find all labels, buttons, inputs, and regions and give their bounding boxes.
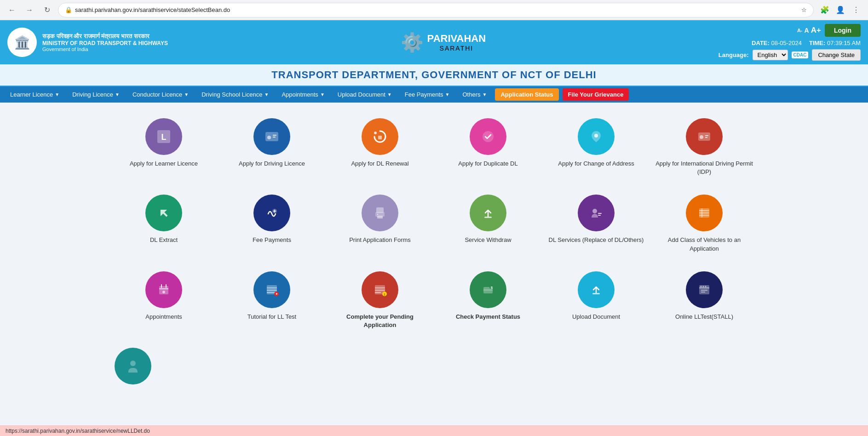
back-button[interactable]: ← <box>6 4 18 17</box>
pending-application-label: Complete your Pending Application <box>331 313 430 329</box>
service-withdraw-icon <box>470 195 506 231</box>
header-branding: 🏛️ सड़क परिवहन और राजमार्ग मंत्रालय भारत… <box>7 28 168 57</box>
service-pending-application[interactable]: ! Complete your Pending Application <box>328 267 432 334</box>
learner-licence-label: Apply for Learner Licence <box>130 160 198 168</box>
svg-point-34 <box>162 291 165 293</box>
nav-others-label: Others <box>462 91 480 98</box>
language-selector: Language: English हिन्दी CDAC Change Sta… <box>719 49 861 61</box>
nav-upload-label: Upload Document <box>338 91 385 98</box>
driving-licence-icon <box>253 118 290 155</box>
fee-payments-label: Fee Payments <box>253 236 291 244</box>
svg-rect-21 <box>484 217 492 218</box>
forward-button[interactable]: → <box>23 4 36 17</box>
service-print-forms[interactable]: Print Application Forms <box>328 190 432 257</box>
dl-services-label: DL Services (Replace of DL/Others) <box>549 236 644 244</box>
brand-center: ⚙️ PARIVAHAN SARATHI <box>401 32 486 53</box>
chevron-down-icon: ▼ <box>184 92 189 97</box>
extensions-button[interactable]: 🧩 <box>818 4 831 17</box>
service-fee-payments[interactable]: Fee Payments <box>220 190 324 257</box>
font-medium-button[interactable]: A <box>805 27 809 34</box>
print-forms-label: Print Application Forms <box>349 236 411 244</box>
ministry-info: सड़क परिवहन और राजमार्ग मंत्रालय भारत सर… <box>42 33 168 52</box>
service-dl-renewal[interactable]: Apply for DL Renewal <box>328 114 432 181</box>
svg-rect-2 <box>265 132 278 141</box>
nav-fee-payments[interactable]: Fee Payments ▼ <box>398 86 456 103</box>
sarathi-logo: ⚙️ PARIVAHAN SARATHI <box>401 32 486 53</box>
ministry-sub-text: Government of India <box>42 46 168 52</box>
service-add-class[interactable]: Add Class of Vehicles to an Application <box>653 190 756 257</box>
check-payment-icon: $ <box>470 271 506 308</box>
grievance-button[interactable]: File Your Grievance <box>563 88 629 101</box>
change-state-button[interactable]: Change State <box>812 49 861 61</box>
dl-extract-label: DL Extract <box>150 236 178 244</box>
svg-point-58 <box>130 361 136 366</box>
service-check-payment[interactable]: $ Check Payment Status <box>437 267 540 334</box>
chevron-down-icon: ▼ <box>387 92 392 97</box>
svg-rect-12 <box>705 135 708 136</box>
duplicate-dl-icon <box>470 118 506 155</box>
ministry-english-text: MINISTRY OF ROAD TRANSPORT & HIGHWAYS <box>42 40 168 46</box>
tutorial-icon <box>253 271 290 308</box>
menu-button[interactable]: ⋮ <box>850 4 862 17</box>
svg-point-3 <box>267 136 271 139</box>
datetime-display: DATE: 08-05-2024 TIME: 07:39:15 AM <box>752 40 861 46</box>
chevron-down-icon: ▼ <box>320 92 325 97</box>
nav-appointments[interactable]: Appointments ▼ <box>275 86 331 103</box>
idp-icon <box>686 118 723 155</box>
application-status-button[interactable]: Application Status <box>495 88 558 101</box>
svg-point-55 <box>705 286 707 287</box>
svg-rect-24 <box>598 215 601 216</box>
nav-learner-licence[interactable]: Learner Licence ▼ <box>4 86 66 103</box>
sarathi-text: SARATHI <box>427 45 486 52</box>
service-idp[interactable]: Apply for International Driving Permit (… <box>653 114 756 181</box>
service-driving-licence[interactable]: Apply for Driving Licence <box>220 114 324 181</box>
nav-driving-school[interactable]: Driving School Licence ▼ <box>195 86 275 103</box>
add-class-label: Add Class of Vehicles to an Application <box>655 236 754 252</box>
duplicate-dl-label: Apply for Duplicate DL <box>458 160 517 168</box>
service-dl-services[interactable]: DL Services (Replace of DL/Others) <box>545 190 648 257</box>
profile-button[interactable]: 👤 <box>834 4 847 17</box>
pending-application-icon: ! <box>362 271 398 308</box>
dl-extract-icon <box>145 195 182 231</box>
upload-document-label: Upload Document <box>572 313 620 321</box>
login-button[interactable]: Login <box>825 24 861 37</box>
chevron-down-icon: ▼ <box>264 92 269 97</box>
service-bottom-partial[interactable] <box>112 343 154 394</box>
svg-point-11 <box>700 135 703 139</box>
main-content: L Apply for Learner Licence Apply for Dr… <box>0 103 868 405</box>
font-controls: A- A A+ <box>797 26 821 35</box>
service-change-address[interactable]: Apply for Change of Address <box>545 114 648 181</box>
nav-conductor-licence[interactable]: Conductor Licence ▼ <box>126 86 195 103</box>
dept-title-bar: TRANSPORT DEPARTMENT, GOVERNMENT OF NCT … <box>0 64 868 86</box>
service-withdraw[interactable]: Service Withdraw <box>437 190 540 257</box>
time-label: TIME: <box>809 40 825 46</box>
govt-emblem: 🏛️ <box>7 28 37 57</box>
reload-button[interactable]: ↻ <box>40 4 53 17</box>
print-forms-icon <box>362 195 398 231</box>
font-small-button[interactable]: A- <box>797 28 803 33</box>
change-address-icon <box>578 118 615 155</box>
address-bar[interactable]: 🔒 sarathi.parivahan.gov.in/sarathiservic… <box>58 3 814 17</box>
star-icon: ☆ <box>801 6 807 13</box>
parivahan-text: PARIVAHAN <box>427 33 486 45</box>
services-grid: L Apply for Learner Licence Apply for Dr… <box>112 114 756 334</box>
chevron-down-icon: ▼ <box>55 92 59 97</box>
nav-school-label: Driving School Licence <box>201 91 262 98</box>
service-learner-licence[interactable]: L Apply for Learner Licence <box>112 114 216 181</box>
language-dropdown[interactable]: English हिन्दी <box>753 50 788 60</box>
language-label-text: Language: <box>719 52 749 58</box>
nav-others[interactable]: Others ▼ <box>456 86 493 103</box>
sarathi-wheel-icon: ⚙️ <box>401 32 424 53</box>
service-duplicate-dl[interactable]: Apply for Duplicate DL <box>437 114 540 181</box>
service-appointments[interactable]: Appointments <box>112 267 216 334</box>
service-upload-document[interactable]: Upload Document <box>545 267 648 334</box>
nav-upload-document[interactable]: Upload Document ▼ <box>331 86 398 103</box>
font-large-button[interactable]: A+ <box>811 26 821 35</box>
service-tutorial[interactable]: Tutorial for LL Test <box>220 267 324 334</box>
sarathi-brand-text: PARIVAHAN SARATHI <box>427 33 486 52</box>
service-dl-extract[interactable]: DL Extract <box>112 190 216 257</box>
time-value: 07:39:15 AM <box>827 40 861 46</box>
svg-rect-13 <box>705 137 707 138</box>
nav-driving-licence[interactable]: Driving Licence ▼ <box>66 86 126 103</box>
service-online-lltest[interactable]: Online LLTest(STALL) <box>653 267 756 334</box>
